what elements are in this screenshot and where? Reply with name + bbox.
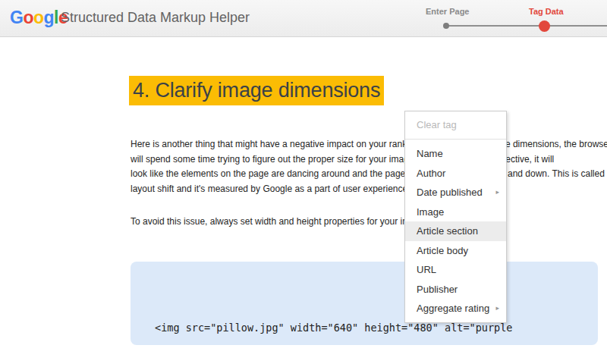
tag-context-menu: Clear tag Name Author Date published ▸ I… xyxy=(404,111,507,323)
code-block[interactable]: <img src="pillow.jpg" width="640" height… xyxy=(131,262,598,345)
submenu-arrow-icon: ▸ xyxy=(495,299,499,318)
menu-item-label: Aggregate rating xyxy=(417,303,489,314)
stepper-dot-tag-data-icon[interactable] xyxy=(539,20,550,32)
stepper-step-tag-data[interactable]: Tag Data xyxy=(529,7,564,16)
article-paragraph-2[interactable]: To avoid this issue, always set width an… xyxy=(131,215,432,230)
menu-item-publisher[interactable]: Publisher xyxy=(405,280,506,300)
menu-item-author[interactable]: Author xyxy=(405,164,506,184)
app-title: Structured Data Markup Helper xyxy=(61,10,250,26)
menu-item-aggregate-rating[interactable]: Aggregate rating ▸ xyxy=(405,299,506,318)
logo-letter: o xyxy=(33,8,44,27)
heading-highlight[interactable]: 4. Clarify image dimensions xyxy=(129,76,384,105)
menu-item-label: Date published xyxy=(417,187,483,198)
menu-item-article-body[interactable]: Article body xyxy=(405,241,506,261)
menu-item-url[interactable]: URL xyxy=(405,260,506,280)
logo-letter: G xyxy=(10,8,23,27)
menu-item-article-section[interactable]: Article section xyxy=(405,221,506,241)
article-heading-tagged[interactable]: 4. Clarify image dimensions xyxy=(129,76,384,105)
paragraph-line: Here is another thing that might have a … xyxy=(131,137,607,152)
app-header: Google Structured Data Markup Helper Ent… xyxy=(0,0,607,37)
stepper-progress-line xyxy=(446,25,607,27)
logo-letter: g xyxy=(44,8,55,27)
menu-item-clear-tag: Clear tag xyxy=(405,115,506,135)
stepper-step-enter-page[interactable]: Enter Page xyxy=(426,7,469,16)
article-paragraph-1[interactable]: Here is another thing that might have a … xyxy=(131,137,607,196)
paragraph-line: To avoid this issue, always set width an… xyxy=(131,215,432,230)
stepper-dot-enter-page-icon[interactable] xyxy=(443,23,449,29)
menu-item-image[interactable]: Image xyxy=(405,202,506,222)
paragraph-line: look like the elements on the page are d… xyxy=(131,167,607,182)
google-logo: Google xyxy=(10,8,68,28)
menu-item-name[interactable]: Name xyxy=(405,144,506,164)
menu-item-date-published[interactable]: Date published ▸ xyxy=(405,183,506,202)
paragraph-line: layout shift and it's measured by Google… xyxy=(131,182,607,197)
logo-letter: o xyxy=(23,8,33,27)
submenu-arrow-icon: ▸ xyxy=(495,183,499,202)
menu-divider xyxy=(405,139,506,140)
paragraph-line: will spend some time trying to figure ou… xyxy=(131,152,607,168)
